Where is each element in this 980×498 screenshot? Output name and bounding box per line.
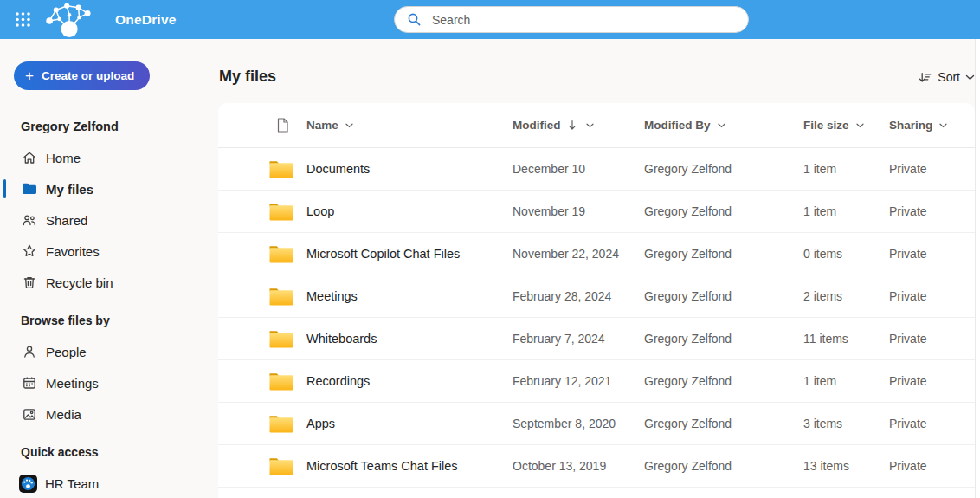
app-title: OneDrive — [115, 0, 177, 39]
sort-icon — [918, 70, 932, 85]
trash-icon — [21, 274, 38, 291]
file-name[interactable]: Loop — [306, 204, 513, 218]
search-icon — [407, 12, 422, 27]
folder-icon — [268, 413, 294, 434]
sidebar-item-meetings[interactable]: Meetings — [0, 367, 218, 398]
file-name[interactable]: Recordings — [306, 374, 513, 388]
file-list: Name Modified Modified By — [218, 103, 975, 498]
page-title: My files — [219, 68, 276, 86]
person-icon — [21, 343, 38, 360]
folder-icon — [268, 456, 294, 476]
folder-icon — [268, 286, 294, 307]
column-header-name[interactable]: Name — [306, 119, 513, 132]
sidebar-item-label: Favorites — [46, 244, 100, 259]
column-header-file-type[interactable] — [218, 117, 306, 133]
modified-by: Gregory Zelfond — [644, 374, 803, 388]
modified-by: Gregory Zelfond — [644, 417, 803, 430]
sidebar-item-label: My files — [46, 182, 93, 197]
file-name[interactable]: Documents — [306, 162, 513, 176]
chevron-down-icon — [856, 123, 864, 128]
file-size: 11 items — [803, 332, 889, 346]
row-icon-cell — [218, 328, 306, 349]
sidebar-item-media[interactable]: Media — [0, 398, 218, 430]
sort-button[interactable]: Sort — [918, 68, 975, 86]
org-logo-icon[interactable] — [43, 1, 99, 39]
modified-date: December 10 — [513, 162, 644, 176]
column-header-modified[interactable]: Modified — [513, 119, 644, 132]
sharing-status: Private — [889, 247, 975, 261]
quick-access-header: Quick access — [21, 445, 99, 459]
table-row[interactable]: Whiteboards February 7, 2024 Gregory Zel… — [218, 318, 975, 360]
sidebar-item-label: Media — [46, 407, 81, 422]
selected-indicator — [3, 179, 6, 198]
column-header-sharing[interactable]: Sharing — [889, 119, 975, 132]
plus-icon: + — [25, 68, 34, 83]
quick-access-nav: HR Team — [0, 468, 218, 498]
user-name: Gregory Zelfond — [21, 120, 119, 133]
sidebar-item-label: Home — [46, 151, 81, 165]
column-header-file-size[interactable]: File size — [803, 119, 889, 132]
modified-date: February 7, 2024 — [513, 332, 644, 346]
row-icon-cell — [218, 201, 306, 222]
table-row[interactable]: Documents December 10 Gregory Zelfond 1 … — [218, 148, 975, 191]
column-header-modified-by[interactable]: Modified By — [644, 119, 803, 132]
sidebar-item-favorites[interactable]: Favorites — [0, 236, 218, 267]
image-icon — [21, 405, 38, 423]
table-row[interactable]: Meetings February 28, 2024 Gregory Zelfo… — [218, 275, 975, 318]
sharing-status: Private — [889, 417, 975, 430]
calendar-icon — [21, 374, 38, 391]
create-or-upload-button[interactable]: + Create or upload — [14, 61, 150, 90]
table-row[interactable]: Apps September 8, 2020 Gregory Zelfond 3… — [218, 403, 975, 445]
people-icon — [21, 211, 38, 229]
sidebar-item-hr-team[interactable]: HR Team — [0, 468, 218, 498]
modified-by: Gregory Zelfond — [644, 289, 803, 303]
file-size: 0 items — [803, 247, 889, 261]
scrollbar-track[interactable] — [975, 39, 980, 498]
file-name[interactable]: Microsoft Teams Chat Files — [306, 459, 513, 473]
sort-descending-arrow-icon — [568, 120, 577, 131]
sidebar-nav: Home My files — [0, 142, 218, 298]
sharing-status: Private — [889, 374, 975, 388]
sidebar-item-my-files[interactable]: My files — [0, 173, 218, 204]
sidebar-item-label: HR Team — [45, 476, 99, 491]
file-name[interactable]: Whiteboards — [306, 332, 513, 346]
row-icon-cell — [218, 371, 306, 391]
file-size: 1 item — [803, 204, 889, 218]
page-body: + Create or upload Gregory Zelfond Home — [0, 39, 980, 498]
folder-icon — [268, 243, 294, 264]
table-row[interactable]: Loop November 19 Gregory Zelfond 1 item … — [218, 191, 975, 233]
row-icon-cell — [218, 243, 306, 264]
search-input[interactable] — [430, 12, 707, 28]
sidebar-item-people[interactable]: People — [0, 336, 218, 367]
modified-date: October 13, 2019 — [513, 459, 644, 473]
folder-icon — [268, 158, 294, 179]
modified-date: February 12, 2021 — [513, 374, 644, 388]
folder-icon — [268, 328, 294, 349]
table-body: Documents December 10 Gregory Zelfond 1 … — [218, 148, 975, 488]
sharing-status: Private — [889, 332, 975, 346]
file-name[interactable]: Meetings — [306, 289, 513, 303]
sort-label: Sort — [938, 70, 960, 84]
row-icon-cell — [218, 456, 306, 476]
file-size: 1 item — [803, 162, 889, 176]
search-box[interactable] — [394, 6, 749, 33]
sidebar-item-shared[interactable]: Shared — [0, 204, 218, 236]
sidebar-item-recycle-bin[interactable]: Recycle bin — [0, 267, 218, 298]
folder-icon — [268, 371, 294, 391]
top-bar: OneDrive — [0, 0, 980, 39]
document-icon — [275, 117, 290, 133]
table-row[interactable]: Recordings February 12, 2021 Gregory Zel… — [218, 360, 975, 403]
file-name[interactable]: Microsoft Copilot Chat Files — [306, 247, 513, 261]
table-row[interactable]: Microsoft Teams Chat Files October 13, 2… — [218, 445, 975, 488]
sharing-status: Private — [889, 204, 975, 218]
sidebar-item-label: Shared — [46, 213, 87, 228]
file-name[interactable]: Apps — [306, 417, 513, 430]
folder-blue-icon — [21, 180, 38, 197]
sharing-status: Private — [889, 162, 975, 176]
star-icon — [21, 243, 38, 260]
app-launcher-button[interactable] — [7, 0, 38, 39]
file-size: 1 item — [803, 374, 889, 388]
sidebar-item-home[interactable]: Home — [0, 142, 218, 173]
browse-nav: People Meetings — [0, 336, 218, 430]
table-row[interactable]: Microsoft Copilot Chat Files November 22… — [218, 233, 975, 275]
